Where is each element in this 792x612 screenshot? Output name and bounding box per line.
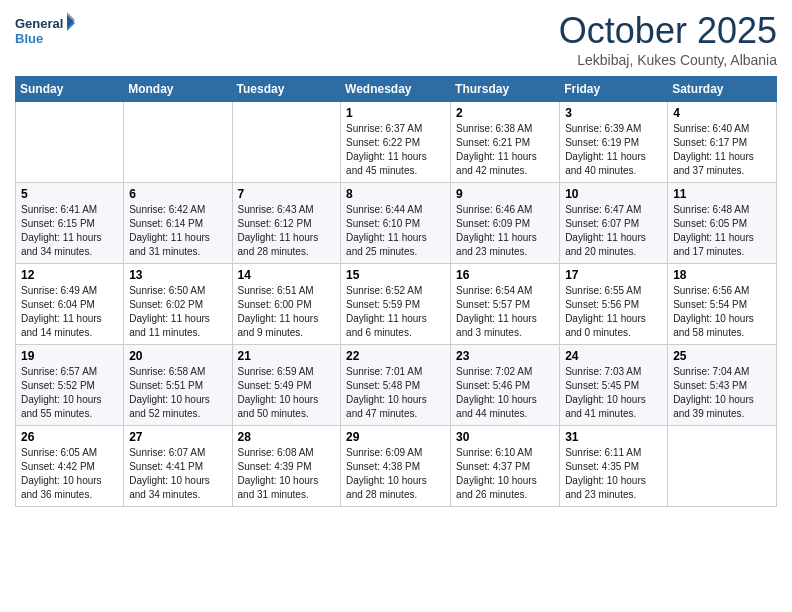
day-info: Sunrise: 6:38 AM Sunset: 6:21 PM Dayligh…: [456, 122, 554, 178]
day-number: 6: [129, 187, 226, 201]
calendar-week-row: 12Sunrise: 6:49 AM Sunset: 6:04 PM Dayli…: [16, 264, 777, 345]
logo: General Blue: [15, 10, 75, 50]
calendar-cell: 23Sunrise: 7:02 AM Sunset: 5:46 PM Dayli…: [451, 345, 560, 426]
day-info: Sunrise: 6:48 AM Sunset: 6:05 PM Dayligh…: [673, 203, 771, 259]
calendar-cell: 18Sunrise: 6:56 AM Sunset: 5:54 PM Dayli…: [668, 264, 777, 345]
day-number: 10: [565, 187, 662, 201]
day-info: Sunrise: 6:54 AM Sunset: 5:57 PM Dayligh…: [456, 284, 554, 340]
day-number: 3: [565, 106, 662, 120]
calendar-cell: 30Sunrise: 6:10 AM Sunset: 4:37 PM Dayli…: [451, 426, 560, 507]
calendar-cell: 16Sunrise: 6:54 AM Sunset: 5:57 PM Dayli…: [451, 264, 560, 345]
day-info: Sunrise: 7:04 AM Sunset: 5:43 PM Dayligh…: [673, 365, 771, 421]
day-number: 9: [456, 187, 554, 201]
day-info: Sunrise: 6:56 AM Sunset: 5:54 PM Dayligh…: [673, 284, 771, 340]
day-number: 17: [565, 268, 662, 282]
day-number: 13: [129, 268, 226, 282]
month-title: October 2025: [559, 10, 777, 52]
day-info: Sunrise: 6:40 AM Sunset: 6:17 PM Dayligh…: [673, 122, 771, 178]
day-number: 14: [238, 268, 336, 282]
day-info: Sunrise: 7:01 AM Sunset: 5:48 PM Dayligh…: [346, 365, 445, 421]
calendar-cell: 5Sunrise: 6:41 AM Sunset: 6:15 PM Daylig…: [16, 183, 124, 264]
calendar-week-row: 1Sunrise: 6:37 AM Sunset: 6:22 PM Daylig…: [16, 102, 777, 183]
day-number: 23: [456, 349, 554, 363]
calendar-cell: [124, 102, 232, 183]
calendar-cell: 1Sunrise: 6:37 AM Sunset: 6:22 PM Daylig…: [341, 102, 451, 183]
day-number: 22: [346, 349, 445, 363]
day-info: Sunrise: 6:10 AM Sunset: 4:37 PM Dayligh…: [456, 446, 554, 502]
day-info: Sunrise: 7:02 AM Sunset: 5:46 PM Dayligh…: [456, 365, 554, 421]
day-info: Sunrise: 6:49 AM Sunset: 6:04 PM Dayligh…: [21, 284, 118, 340]
calendar-cell: [16, 102, 124, 183]
day-info: Sunrise: 6:09 AM Sunset: 4:38 PM Dayligh…: [346, 446, 445, 502]
day-number: 11: [673, 187, 771, 201]
day-info: Sunrise: 7:03 AM Sunset: 5:45 PM Dayligh…: [565, 365, 662, 421]
calendar-cell: 3Sunrise: 6:39 AM Sunset: 6:19 PM Daylig…: [560, 102, 668, 183]
day-info: Sunrise: 6:41 AM Sunset: 6:15 PM Dayligh…: [21, 203, 118, 259]
calendar-cell: 19Sunrise: 6:57 AM Sunset: 5:52 PM Dayli…: [16, 345, 124, 426]
col-sunday: Sunday: [16, 77, 124, 102]
calendar-cell: 8Sunrise: 6:44 AM Sunset: 6:10 PM Daylig…: [341, 183, 451, 264]
calendar-cell: 20Sunrise: 6:58 AM Sunset: 5:51 PM Dayli…: [124, 345, 232, 426]
calendar-week-row: 19Sunrise: 6:57 AM Sunset: 5:52 PM Dayli…: [16, 345, 777, 426]
calendar-cell: 15Sunrise: 6:52 AM Sunset: 5:59 PM Dayli…: [341, 264, 451, 345]
day-info: Sunrise: 6:55 AM Sunset: 5:56 PM Dayligh…: [565, 284, 662, 340]
day-info: Sunrise: 6:39 AM Sunset: 6:19 PM Dayligh…: [565, 122, 662, 178]
calendar-cell: 26Sunrise: 6:05 AM Sunset: 4:42 PM Dayli…: [16, 426, 124, 507]
day-info: Sunrise: 6:44 AM Sunset: 6:10 PM Dayligh…: [346, 203, 445, 259]
calendar-cell: 28Sunrise: 6:08 AM Sunset: 4:39 PM Dayli…: [232, 426, 341, 507]
calendar-cell: 9Sunrise: 6:46 AM Sunset: 6:09 PM Daylig…: [451, 183, 560, 264]
col-tuesday: Tuesday: [232, 77, 341, 102]
calendar-cell: 17Sunrise: 6:55 AM Sunset: 5:56 PM Dayli…: [560, 264, 668, 345]
day-info: Sunrise: 6:07 AM Sunset: 4:41 PM Dayligh…: [129, 446, 226, 502]
day-number: 20: [129, 349, 226, 363]
calendar-header-row: Sunday Monday Tuesday Wednesday Thursday…: [16, 77, 777, 102]
day-info: Sunrise: 6:57 AM Sunset: 5:52 PM Dayligh…: [21, 365, 118, 421]
day-number: 16: [456, 268, 554, 282]
day-info: Sunrise: 6:51 AM Sunset: 6:00 PM Dayligh…: [238, 284, 336, 340]
day-number: 18: [673, 268, 771, 282]
calendar-cell: 10Sunrise: 6:47 AM Sunset: 6:07 PM Dayli…: [560, 183, 668, 264]
calendar-week-row: 5Sunrise: 6:41 AM Sunset: 6:15 PM Daylig…: [16, 183, 777, 264]
calendar-week-row: 26Sunrise: 6:05 AM Sunset: 4:42 PM Dayli…: [16, 426, 777, 507]
day-number: 29: [346, 430, 445, 444]
day-number: 1: [346, 106, 445, 120]
calendar-cell: 2Sunrise: 6:38 AM Sunset: 6:21 PM Daylig…: [451, 102, 560, 183]
day-number: 26: [21, 430, 118, 444]
day-info: Sunrise: 6:11 AM Sunset: 4:35 PM Dayligh…: [565, 446, 662, 502]
calendar-cell: 13Sunrise: 6:50 AM Sunset: 6:02 PM Dayli…: [124, 264, 232, 345]
day-info: Sunrise: 6:43 AM Sunset: 6:12 PM Dayligh…: [238, 203, 336, 259]
day-number: 21: [238, 349, 336, 363]
calendar-cell: 14Sunrise: 6:51 AM Sunset: 6:00 PM Dayli…: [232, 264, 341, 345]
calendar-cell: [668, 426, 777, 507]
col-friday: Friday: [560, 77, 668, 102]
header: General Blue October 2025 Lekbibaj, Kuke…: [15, 10, 777, 68]
day-info: Sunrise: 6:05 AM Sunset: 4:42 PM Dayligh…: [21, 446, 118, 502]
day-number: 25: [673, 349, 771, 363]
day-number: 8: [346, 187, 445, 201]
calendar-cell: 6Sunrise: 6:42 AM Sunset: 6:14 PM Daylig…: [124, 183, 232, 264]
day-number: 15: [346, 268, 445, 282]
day-info: Sunrise: 6:47 AM Sunset: 6:07 PM Dayligh…: [565, 203, 662, 259]
calendar-cell: 27Sunrise: 6:07 AM Sunset: 4:41 PM Dayli…: [124, 426, 232, 507]
calendar-cell: 12Sunrise: 6:49 AM Sunset: 6:04 PM Dayli…: [16, 264, 124, 345]
day-number: 31: [565, 430, 662, 444]
day-info: Sunrise: 6:52 AM Sunset: 5:59 PM Dayligh…: [346, 284, 445, 340]
title-block: October 2025 Lekbibaj, Kukes County, Alb…: [559, 10, 777, 68]
day-number: 5: [21, 187, 118, 201]
calendar-cell: 4Sunrise: 6:40 AM Sunset: 6:17 PM Daylig…: [668, 102, 777, 183]
day-number: 12: [21, 268, 118, 282]
calendar-cell: 25Sunrise: 7:04 AM Sunset: 5:43 PM Dayli…: [668, 345, 777, 426]
calendar-table: Sunday Monday Tuesday Wednesday Thursday…: [15, 76, 777, 507]
col-wednesday: Wednesday: [341, 77, 451, 102]
calendar-cell: [232, 102, 341, 183]
day-info: Sunrise: 6:37 AM Sunset: 6:22 PM Dayligh…: [346, 122, 445, 178]
calendar-cell: 21Sunrise: 6:59 AM Sunset: 5:49 PM Dayli…: [232, 345, 341, 426]
svg-text:Blue: Blue: [15, 31, 43, 46]
col-monday: Monday: [124, 77, 232, 102]
svg-text:General: General: [15, 16, 63, 31]
day-info: Sunrise: 6:46 AM Sunset: 6:09 PM Dayligh…: [456, 203, 554, 259]
page-container: General Blue October 2025 Lekbibaj, Kuke…: [0, 0, 792, 517]
day-number: 30: [456, 430, 554, 444]
day-info: Sunrise: 6:42 AM Sunset: 6:14 PM Dayligh…: [129, 203, 226, 259]
day-number: 28: [238, 430, 336, 444]
